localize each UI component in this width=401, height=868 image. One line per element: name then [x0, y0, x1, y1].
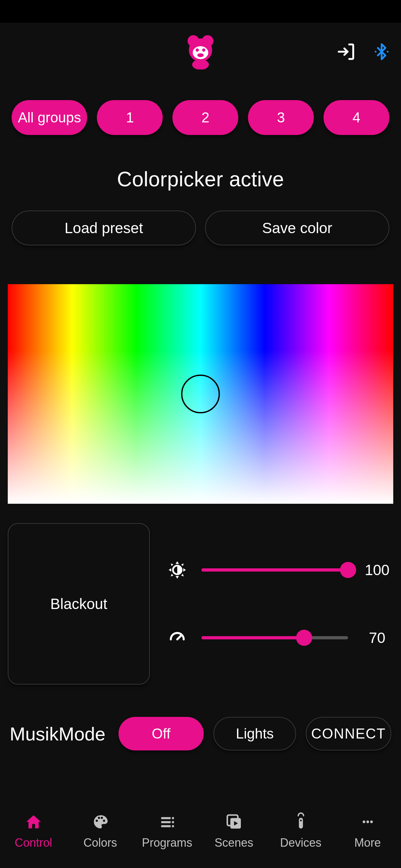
music-mode-label: MusikMode	[10, 723, 109, 745]
tab-label: Control	[14, 836, 52, 849]
more-icon	[357, 812, 379, 832]
page-title: Colorpicker active	[0, 145, 401, 211]
speed-icon	[166, 626, 189, 649]
music-lights-button[interactable]: Lights	[213, 717, 296, 750]
speed-value: 70	[361, 629, 393, 647]
group-selector: All groups 1 2 3 4	[0, 81, 401, 145]
login-icon[interactable]	[337, 42, 357, 61]
svg-rect-15	[172, 817, 174, 819]
home-icon	[22, 812, 45, 832]
svg-rect-13	[161, 821, 171, 823]
svg-rect-14	[161, 825, 171, 827]
svg-rect-21	[299, 818, 303, 829]
brightness-slider-row: 100	[166, 559, 393, 581]
brightness-icon	[166, 559, 189, 581]
bottom-tab-bar: Control Colors Programs Scenes Devices M…	[0, 794, 401, 868]
remote-icon	[289, 812, 312, 832]
group-label: 1	[126, 110, 134, 126]
svg-point-23	[363, 820, 365, 823]
button-label: CONNECT	[311, 725, 386, 742]
speed-slider[interactable]	[202, 636, 348, 640]
music-off-button[interactable]: Off	[119, 717, 204, 750]
bluetooth-icon[interactable]	[372, 42, 391, 61]
group-1[interactable]: 1	[97, 100, 163, 135]
blackout-button[interactable]: Blackout	[8, 523, 150, 685]
group-2[interactable]: 2	[173, 100, 238, 135]
group-4[interactable]: 4	[323, 100, 390, 135]
color-picker-cursor[interactable]	[181, 375, 220, 413]
group-label: All groups	[18, 110, 81, 126]
list-icon	[156, 812, 179, 832]
tab-devices[interactable]: Devices	[267, 794, 334, 868]
app-logo-icon	[183, 32, 218, 71]
svg-point-7	[197, 53, 204, 57]
color-picker[interactable]	[8, 284, 393, 504]
slider-thumb[interactable]	[340, 562, 356, 578]
group-label: 3	[277, 110, 285, 126]
slider-fill	[202, 568, 348, 571]
tab-scenes[interactable]: Scenes	[201, 794, 267, 868]
music-connect-button[interactable]: CONNECT	[306, 717, 391, 750]
tab-label: More	[354, 836, 381, 849]
svg-point-6	[202, 49, 205, 52]
blackout-label: Blackout	[50, 595, 107, 613]
svg-point-3	[192, 59, 209, 69]
button-label: Lights	[236, 725, 274, 742]
tab-programs[interactable]: Programs	[134, 794, 201, 868]
palette-icon	[89, 812, 112, 832]
tab-colors[interactable]: Colors	[67, 794, 134, 868]
button-label: Load preset	[65, 219, 143, 237]
svg-rect-12	[161, 817, 171, 819]
speed-slider-row: 70	[166, 626, 393, 649]
svg-point-5	[196, 49, 199, 52]
brightness-slider[interactable]	[202, 568, 348, 571]
save-color-button[interactable]: Save color	[205, 211, 390, 245]
svg-point-9	[375, 51, 377, 53]
svg-point-22	[300, 819, 302, 821]
load-preset-button[interactable]: Load preset	[11, 211, 196, 245]
tab-label: Programs	[142, 836, 192, 849]
group-3[interactable]: 3	[248, 100, 314, 135]
slider-fill	[202, 636, 304, 640]
svg-point-25	[370, 820, 373, 823]
button-label: Save color	[262, 219, 332, 237]
svg-rect-17	[172, 825, 174, 827]
slider-thumb[interactable]	[296, 630, 312, 646]
tab-label: Colors	[83, 836, 117, 849]
svg-rect-16	[172, 821, 174, 823]
svg-line-11	[177, 636, 181, 640]
group-label: 4	[352, 110, 360, 126]
tab-label: Scenes	[214, 836, 253, 849]
group-label: 2	[202, 110, 209, 126]
tab-label: Devices	[280, 836, 321, 849]
button-label: Off	[152, 725, 171, 742]
status-bar	[0, 0, 401, 23]
music-mode-row: MusikMode Off Lights CONNECT	[0, 685, 401, 750]
app-header	[0, 23, 401, 81]
svg-point-24	[366, 820, 369, 823]
tab-control[interactable]: Control	[0, 794, 67, 868]
svg-point-10	[387, 51, 389, 53]
brightness-value: 100	[361, 561, 393, 579]
tab-more[interactable]: More	[334, 794, 401, 868]
scenes-icon	[223, 812, 245, 832]
group-all[interactable]: All groups	[11, 100, 87, 135]
